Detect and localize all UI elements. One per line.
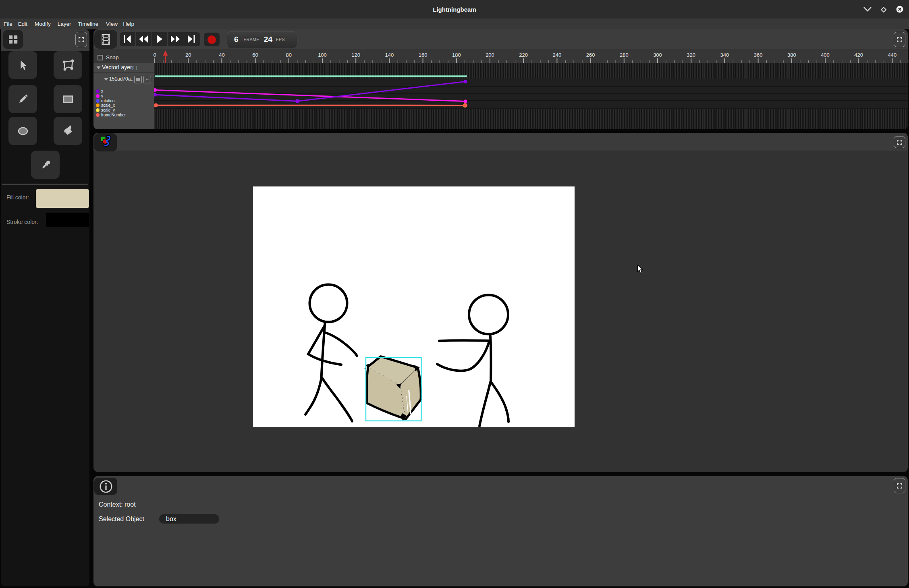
svg-text:380: 380	[787, 52, 796, 58]
svg-text:200: 200	[486, 52, 494, 58]
svg-text:240: 240	[553, 52, 562, 58]
svg-text:40: 40	[219, 52, 224, 58]
svg-text:80: 80	[286, 52, 292, 58]
svg-text:360: 360	[754, 52, 763, 58]
svg-text:140: 140	[385, 52, 394, 58]
svg-text:60: 60	[252, 52, 258, 58]
svg-text:400: 400	[821, 52, 830, 58]
svg-text:440: 440	[888, 52, 897, 58]
svg-text:120: 120	[351, 52, 360, 58]
svg-text:160: 160	[419, 52, 428, 58]
svg-text:340: 340	[720, 52, 729, 58]
svg-text:0: 0	[153, 52, 156, 58]
svg-text:20: 20	[185, 52, 191, 58]
svg-text:420: 420	[854, 52, 863, 58]
svg-text:300: 300	[653, 52, 662, 58]
svg-text:280: 280	[620, 52, 629, 58]
svg-text:220: 220	[519, 52, 528, 58]
svg-text:320: 320	[687, 52, 695, 58]
svg-text:100: 100	[318, 52, 327, 58]
svg-text:180: 180	[452, 52, 461, 58]
svg-text:260: 260	[586, 52, 595, 58]
